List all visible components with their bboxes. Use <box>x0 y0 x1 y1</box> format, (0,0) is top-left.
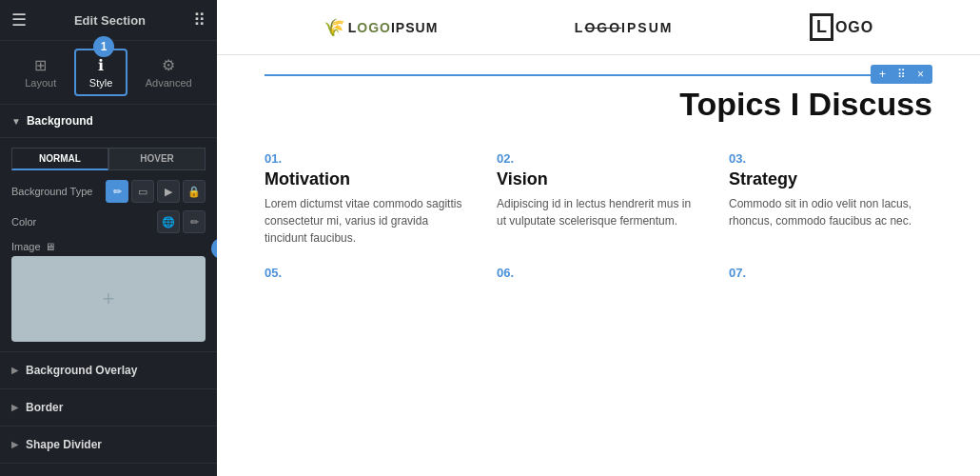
monitor-icon: 🖥 <box>45 241 55 252</box>
topic-item-1: 01. Motivation Lorem dictumst vitae comm… <box>265 151 468 247</box>
bg-type-lock-btn[interactable]: 🔒 <box>183 180 206 203</box>
logo-1: 🌾 LOGOIPSUM <box>323 17 439 38</box>
hover-tab[interactable]: HOVER <box>108 148 206 170</box>
logo-2: LOGOIPSUM <box>575 20 674 35</box>
border-section[interactable]: ▶ Border <box>0 389 217 426</box>
shape-divider-arrow: ▶ <box>11 440 18 449</box>
topic-title-2: Vision <box>497 169 700 189</box>
normal-tab[interactable]: NORMAL <box>11 148 108 170</box>
bg-type-row: Background Type ✏ ▭ ▶ 🔒 <box>11 180 206 203</box>
color-row: Color 🌐 ✏ <box>11 210 206 233</box>
section-title: Topics I Discuss <box>265 86 932 123</box>
layout-icon: ⊞ <box>34 56 47 74</box>
toolbar-close-btn[interactable]: × <box>914 67 927 82</box>
image-label-text: Image <box>11 241 41 252</box>
bg-type-rect-btn[interactable]: ▭ <box>131 180 154 203</box>
normal-hover-tabs: NORMAL HOVER <box>11 148 206 170</box>
advanced-icon: ⚙ <box>162 56 175 74</box>
logo-1-text: LOGOIPSUM <box>348 20 439 35</box>
style-icon: ℹ <box>98 56 104 74</box>
bg-type-controls: ✏ ▭ ▶ 🔒 <box>106 180 206 203</box>
right-panel: 🌾 LOGOIPSUM LOGOIPSUM L OGO + ⠿ × Topics… <box>217 0 980 476</box>
color-controls: 🌐 ✏ <box>157 210 206 233</box>
background-label: Background <box>27 114 93 128</box>
image-plus-icon: + <box>103 287 115 311</box>
topic-num-2: 02. <box>497 151 700 166</box>
topic-num-6: 07. <box>729 266 932 280</box>
color-globe-btn[interactable]: 🌐 <box>157 210 180 233</box>
bg-type-label: Background Type <box>11 186 92 197</box>
color-pen-btn[interactable]: ✏ <box>183 210 206 233</box>
topic-num-4: 05. <box>265 266 468 280</box>
image-upload-box[interactable]: + <box>11 256 206 342</box>
panel-header: ☰ Edit Section ⠿ <box>0 0 217 41</box>
topic-desc-3: Commodo sit in odio velit non lacus, rho… <box>729 195 932 229</box>
topic-item-5: 06. <box>497 266 700 284</box>
image-label-row: Image 🖥 <box>11 241 206 252</box>
hamburger-icon[interactable]: ☰ <box>11 10 27 30</box>
bg-type-pen-btn[interactable]: ✏ <box>106 180 128 203</box>
typography-section[interactable]: ▶ Typography <box>0 464 217 476</box>
topic-title-3: Strategy <box>729 169 932 189</box>
background-section-header[interactable]: ▼ Background <box>0 105 217 138</box>
tab-style-label: Style <box>89 77 112 89</box>
logo-3-text: OGO <box>835 19 873 36</box>
logo-2-text: LOGOIPSUM <box>575 20 674 35</box>
toolbar-move-btn[interactable]: ⠿ <box>894 67 909 82</box>
section-divider <box>265 74 932 76</box>
topic-num-1: 01. <box>265 151 468 166</box>
color-label: Color <box>11 216 36 228</box>
logo-bar: 🌾 LOGOIPSUM LOGOIPSUM L OGO <box>217 0 980 55</box>
tab-layout-label: Layout <box>25 77 56 89</box>
topic-num-3: 03. <box>729 151 932 166</box>
border-arrow: ▶ <box>11 403 18 412</box>
logo-3: L OGO <box>810 13 873 41</box>
bg-type-video-btn[interactable]: ▶ <box>157 180 180 203</box>
bg-overlay-label: Background Overlay <box>26 364 137 377</box>
topic-desc-2: Adipiscing id in lectus hendrerit mus in… <box>497 195 700 229</box>
topic-desc-1: Lorem dictumst vitae commodo sagittis co… <box>265 195 468 247</box>
shape-divider-label: Shape Divider <box>26 438 102 451</box>
toolbar-add-btn[interactable]: + <box>876 67 889 82</box>
bg-overlay-arrow: ▶ <box>11 366 18 375</box>
border-label: Border <box>26 401 63 414</box>
topic-num-5: 06. <box>497 266 700 280</box>
section-toolbar: + ⠿ × <box>871 65 932 84</box>
topics-grid: 01. Motivation Lorem dictumst vitae comm… <box>265 151 932 284</box>
grid-icon[interactable]: ⠿ <box>193 10 206 30</box>
topic-item-3: 03. Strategy Commodo sit in odio velit n… <box>729 151 932 247</box>
background-section-body: NORMAL HOVER Background Type ✏ ▭ ▶ 🔒 Col… <box>0 138 217 352</box>
panel-title: Edit Section <box>74 13 146 28</box>
tab-advanced[interactable]: ⚙ Advanced <box>132 50 206 94</box>
left-panel: ☰ Edit Section ⠿ 1 ⊞ Layout ℹ Style ⚙ Ad… <box>0 0 217 476</box>
topic-item-4: 05. <box>265 266 468 284</box>
tab-advanced-label: Advanced <box>146 77 192 89</box>
annotation-1: 1 <box>93 36 114 57</box>
topic-item-6: 07. <box>729 266 932 284</box>
topic-item-2: 02. Vision Adipiscing id in lectus hendr… <box>497 151 700 247</box>
logo-3-box-icon: L <box>810 13 833 41</box>
content-section: + ⠿ × Topics I Discuss 01. Motivation Lo… <box>217 55 980 476</box>
bg-arrow-icon: ▼ <box>11 116 21 127</box>
topic-title-1: Motivation <box>265 169 468 189</box>
bg-overlay-section[interactable]: ▶ Background Overlay <box>0 352 217 389</box>
tab-layout[interactable]: ⊞ Layout <box>11 50 69 94</box>
shape-divider-section[interactable]: ▶ Shape Divider <box>0 426 217 464</box>
wheat-icon: 🌾 <box>323 17 344 38</box>
